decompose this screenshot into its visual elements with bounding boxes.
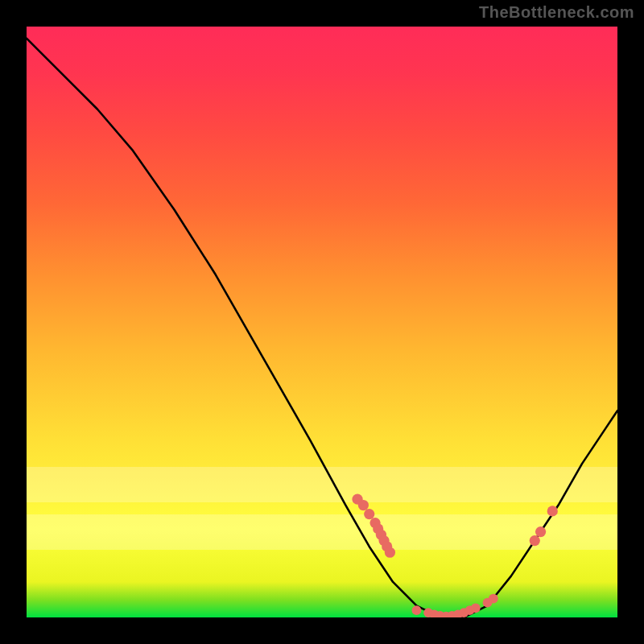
bottleneck-curve-path <box>27 39 617 617</box>
curve-svg <box>27 27 617 617</box>
data-markers <box>352 494 557 617</box>
data-marker <box>547 506 558 516</box>
data-marker <box>412 605 422 615</box>
data-marker <box>489 594 498 604</box>
data-marker <box>385 547 395 558</box>
chart-frame: TheBottleneck.com <box>0 0 644 644</box>
data-marker <box>364 509 374 519</box>
data-marker <box>530 535 540 546</box>
watermark-text: TheBottleneck.com <box>479 3 634 22</box>
data-marker <box>535 526 546 537</box>
plot-area <box>27 27 617 617</box>
data-marker <box>471 603 481 613</box>
data-marker <box>358 500 369 510</box>
